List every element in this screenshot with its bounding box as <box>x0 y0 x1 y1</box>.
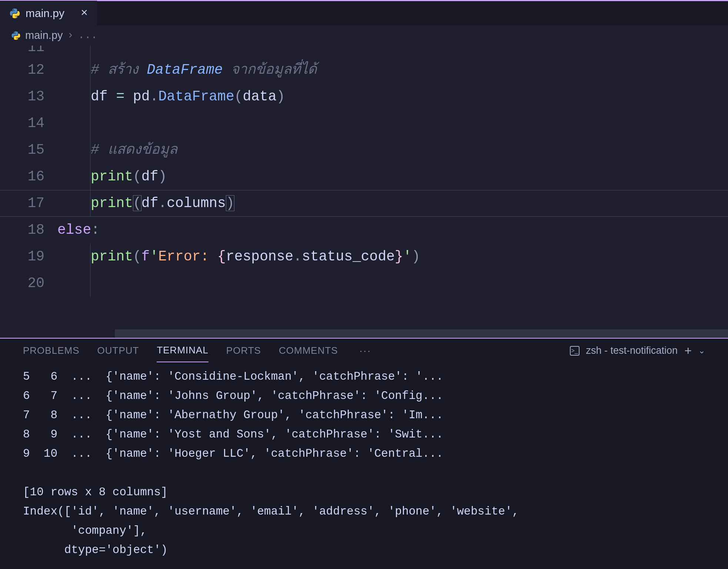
new-terminal-icon[interactable]: + <box>684 343 692 358</box>
code-line[interactable]: print(f'Error: {response.status_code}') <box>57 243 728 270</box>
code-line[interactable]: # สร้าง DataFrame จากข้อมูลที่ได้ <box>57 57 728 83</box>
breadcrumb-filename[interactable]: main.py <box>25 29 63 41</box>
panel-tabs: PROBLEMS OUTPUT TERMINAL PORTS COMMENTS … <box>0 339 728 363</box>
line-number: 13 <box>0 83 44 110</box>
code-editor[interactable]: 11121314151617181920 # สร้าง DataFrame จ… <box>0 46 728 337</box>
bottom-panel: PROBLEMS OUTPUT TERMINAL PORTS COMMENTS … <box>0 337 728 569</box>
line-number: 20 <box>0 270 44 297</box>
tab-terminal[interactable]: TERMINAL <box>157 339 208 362</box>
horizontal-scrollbar[interactable] <box>115 329 728 337</box>
code-line[interactable]: df = pd.DataFrame(data) <box>57 83 728 110</box>
close-icon[interactable]: × <box>81 6 88 20</box>
code-line[interactable]: else: <box>57 217 728 243</box>
code-line[interactable]: print(df) <box>57 163 728 190</box>
python-icon <box>11 31 21 40</box>
line-number: 18 <box>0 217 44 243</box>
chevron-right-icon: › <box>67 29 74 41</box>
terminal-selector: >_ zsh - test-notification + ⌄ <box>570 343 705 358</box>
line-number: 15 <box>0 137 44 163</box>
code-line[interactable] <box>57 110 728 137</box>
file-tab[interactable]: main.py × <box>0 1 97 26</box>
line-number: 17 <box>0 190 44 217</box>
line-number: 11 <box>0 46 44 57</box>
tab-comments[interactable]: COMMENTS <box>279 339 338 362</box>
code-line[interactable] <box>57 46 728 57</box>
line-number: 19 <box>0 243 44 270</box>
line-number-gutter: 11121314151617181920 <box>0 46 57 337</box>
breadcrumb: main.py › ... <box>0 25 728 46</box>
code-area[interactable]: # สร้าง DataFrame จากข้อมูลที่ได้df = pd… <box>57 46 728 337</box>
tab-filename: main.py <box>26 7 64 20</box>
chevron-down-icon[interactable]: ⌄ <box>698 346 705 356</box>
tab-ports[interactable]: PORTS <box>226 339 261 362</box>
code-line[interactable] <box>57 270 728 297</box>
tab-problems[interactable]: PROBLEMS <box>23 339 80 362</box>
tab-output[interactable]: OUTPUT <box>97 339 139 362</box>
terminal-output[interactable]: 5 6 ... {'name': 'Considine-Lockman', 'c… <box>0 363 728 569</box>
python-icon <box>9 8 20 19</box>
code-line[interactable]: # แสดงข้อมูล <box>57 137 728 163</box>
terminal-name[interactable]: zsh - test-notification <box>586 345 678 356</box>
line-number: 16 <box>0 163 44 190</box>
code-line[interactable]: print(df.columns) <box>57 190 728 217</box>
breadcrumb-more[interactable]: ... <box>78 29 97 41</box>
terminal-icon: >_ <box>570 346 580 356</box>
more-icon[interactable]: ··· <box>360 345 371 357</box>
tab-bar: main.py × <box>0 0 728 25</box>
line-number: 12 <box>0 57 44 83</box>
line-number: 14 <box>0 110 44 137</box>
